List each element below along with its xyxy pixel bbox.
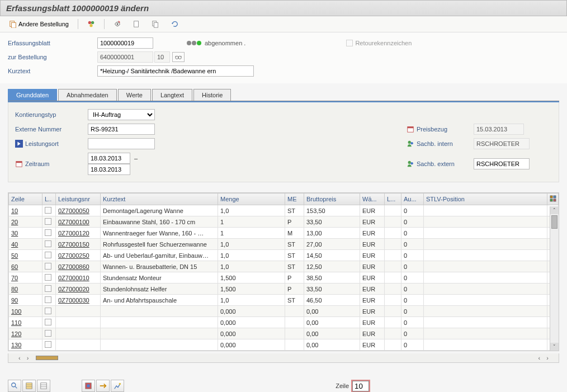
cell-preis[interactable]: 33,50 — [304, 284, 360, 295]
scroll-right-end-icon[interactable]: › — [544, 355, 551, 361]
cell-preis[interactable]: 12,50 — [304, 261, 360, 272]
cell-kurztext[interactable]: Stundenlohnsatz Helfer — [101, 284, 218, 295]
leistungsnr-link[interactable]: 0Z7000120 — [58, 230, 89, 237]
leistungsnr-link[interactable]: 0Z7000020 — [58, 286, 89, 292]
cell-l2[interactable] — [385, 328, 401, 339]
cell-preis[interactable]: 153,50 — [304, 205, 360, 216]
table-row[interactable]: 900Z7000030An- und Abfahrtspauschale1,0S… — [9, 295, 559, 306]
row-checkbox[interactable] — [45, 330, 51, 337]
leistungsort-field[interactable] — [88, 138, 155, 149]
cell-preis[interactable]: 0,00 — [304, 306, 360, 317]
cell-stlv[interactable] — [424, 328, 547, 339]
copy-icon[interactable] — [148, 18, 163, 30]
cell-l2[interactable] — [385, 306, 401, 317]
undo-icon[interactable] — [167, 18, 182, 30]
expand-icon[interactable] — [15, 140, 23, 148]
display-change-icon[interactable] — [110, 18, 125, 30]
table-row[interactable]: 1200,0000,00EUR0 — [9, 328, 559, 339]
col-au[interactable]: Au... — [401, 193, 424, 205]
cell-stlv[interactable] — [424, 250, 547, 261]
graphic-button[interactable] — [111, 380, 124, 392]
zeile-link[interactable]: 120 — [11, 330, 21, 337]
cell-preis[interactable]: 46,50 — [304, 295, 360, 306]
cell-l2[interactable] — [385, 295, 401, 306]
col-l[interactable]: L.. — [42, 193, 56, 205]
col-zeile[interactable]: Zeile — [9, 193, 42, 205]
conditions-button[interactable] — [96, 380, 110, 392]
leistungsnr-link[interactable]: 0Z7000050 — [58, 207, 89, 214]
hscroll-thumb[interactable] — [36, 356, 58, 360]
other-order-button[interactable]: Andere Bestellung — [6, 18, 72, 30]
services-icon[interactable] — [84, 18, 98, 30]
col-menge[interactable]: Menge — [218, 193, 285, 205]
table-settings-button[interactable] — [547, 193, 559, 205]
cell-l2[interactable] — [385, 317, 401, 328]
cell-menge[interactable]: 1,0 — [218, 239, 285, 250]
cell-kurztext[interactable]: Ab- und Ueberlauf-garnitur, Einbauw… — [101, 250, 218, 261]
cell-l2[interactable] — [385, 228, 401, 239]
col-kurztext[interactable]: Kurztext — [101, 193, 218, 205]
cell-stlv[interactable] — [424, 239, 547, 250]
scroll-left-end-icon[interactable]: ‹ — [536, 355, 543, 361]
cell-l2[interactable] — [385, 284, 401, 295]
cell-kurztext[interactable] — [101, 306, 218, 317]
cell-au[interactable]: 0 — [401, 261, 424, 272]
cell-stlv[interactable] — [424, 295, 547, 306]
leistungsnr-link[interactable]: 0Z7000150 — [58, 241, 89, 248]
leistungsnr-link[interactable]: 0Z7000030 — [58, 297, 89, 304]
cell-menge[interactable]: 1,0 — [218, 261, 285, 272]
cell-kurztext[interactable] — [101, 328, 218, 339]
zeile-link[interactable]: 110 — [11, 319, 21, 326]
cell-kurztext[interactable]: Einbauwanne Stahl, 160 - 170 cm — [101, 216, 218, 228]
cell-kurztext[interactable]: Stundensatz Monteur — [101, 272, 218, 284]
zeile-link[interactable]: 80 — [11, 286, 18, 292]
kurztext-field[interactable] — [97, 65, 254, 77]
row-checkbox[interactable] — [45, 319, 51, 325]
row-checkbox[interactable] — [45, 207, 51, 214]
row-checkbox[interactable] — [45, 274, 51, 281]
cell-l2[interactable] — [385, 272, 401, 284]
tab-grunddaten[interactable]: Grunddaten — [8, 89, 57, 101]
row-checkbox[interactable] — [45, 308, 51, 314]
cell-au[interactable]: 0 — [401, 272, 424, 284]
cell-me[interactable] — [285, 317, 304, 328]
table-row[interactable]: 100Z7000050Demontage/Lagerung Wanne1,0ST… — [9, 205, 559, 216]
cell-l2[interactable] — [385, 261, 401, 272]
table-row[interactable]: 1100,0000,00EUR0 — [9, 317, 559, 328]
cell-au[interactable]: 0 — [401, 284, 424, 295]
cell-l2[interactable] — [385, 205, 401, 216]
cell-stlv[interactable] — [424, 272, 547, 284]
cell-menge[interactable]: 0,000 — [218, 306, 285, 317]
table-row[interactable]: 700Z7000010Stundensatz Monteur1,500P38,5… — [9, 272, 559, 284]
cell-preis[interactable]: 38,50 — [304, 272, 360, 284]
row-checkbox[interactable] — [45, 296, 51, 303]
scroll-left-icon[interactable]: ‹ — [16, 355, 23, 361]
table-row[interactable]: 500Z7000250Ab- und Ueberlauf-garnitur, E… — [9, 250, 559, 261]
cell-stlv[interactable] — [424, 216, 547, 228]
row-checkbox[interactable] — [45, 285, 51, 292]
tab-historie[interactable]: Historie — [193, 89, 231, 101]
cell-menge[interactable]: 1,0 — [218, 205, 285, 216]
col-l2[interactable]: L... — [385, 193, 401, 205]
row-checkbox[interactable] — [45, 240, 51, 247]
show-po-button[interactable] — [172, 52, 185, 62]
cell-preis[interactable]: 33,50 — [304, 216, 360, 228]
row-checkbox[interactable] — [45, 229, 51, 236]
zeile-link[interactable]: 50 — [11, 252, 18, 259]
sachb-extern-field[interactable] — [474, 158, 530, 169]
cell-me[interactable]: P — [285, 272, 304, 284]
table-row[interactable]: 600Z7000860Wannen- u. Brausebatterie, DN… — [9, 261, 559, 272]
cell-me[interactable] — [285, 328, 304, 339]
cell-l2[interactable] — [385, 339, 401, 351]
cell-stlv[interactable] — [424, 228, 547, 239]
cell-l2[interactable] — [385, 216, 401, 228]
zeitraum-to-field[interactable] — [88, 164, 130, 175]
scroll-thumb[interactable] — [551, 215, 557, 229]
cell-me[interactable] — [285, 339, 304, 351]
services-overview-button[interactable] — [82, 380, 95, 392]
table-row[interactable]: 1000,0000,00EUR0 — [9, 306, 559, 317]
cell-au[interactable]: 0 — [401, 328, 424, 339]
deselect-all-button[interactable] — [37, 380, 50, 392]
cell-me[interactable] — [285, 306, 304, 317]
cell-au[interactable]: 0 — [401, 250, 424, 261]
